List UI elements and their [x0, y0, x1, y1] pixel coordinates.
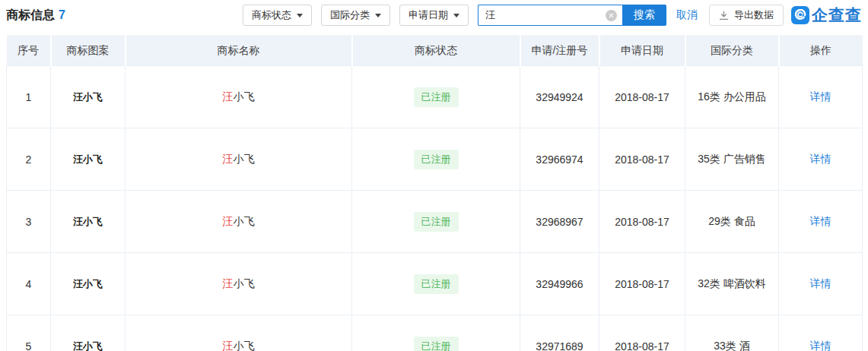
trademark-name-rest: 小飞 — [234, 340, 255, 351]
cell-trademark-image: 汪小飞 — [51, 253, 126, 315]
cell-action: 详情 — [779, 128, 863, 191]
col-intl-class: 国际分类 — [685, 36, 779, 66]
trademark-image: 汪小飞 — [73, 340, 103, 351]
filter-trademark-status-label: 商标状态 — [252, 8, 291, 22]
cell-trademark-name: 汪小飞 — [126, 128, 352, 191]
export-data-label: 导出数据 — [734, 8, 774, 22]
cell-apply-date: 2018-08-17 — [599, 315, 685, 351]
cell-intl-class: 29类 食品 — [685, 191, 779, 253]
trademark-image: 汪小飞 — [73, 153, 103, 165]
trademark-image: 汪小飞 — [73, 91, 103, 103]
cell-action: 详情 — [779, 315, 863, 351]
col-trademark-name: 商标名称 — [126, 36, 352, 66]
trademark-name: 汪小飞 — [223, 277, 255, 289]
cell-trademark-image: 汪小飞 — [51, 191, 126, 253]
col-reg-number: 申请/注册号 — [520, 36, 599, 66]
cell-apply-date: 2018-08-17 — [599, 66, 685, 128]
table-body: 1 汪小飞 汪小飞 已注册 32949924 2018-08-17 16类 办公… — [7, 66, 863, 351]
cell-reg-number: 32949966 — [520, 253, 599, 315]
chevron-down-icon — [453, 14, 459, 17]
status-badge: 已注册 — [414, 212, 459, 232]
export-data-button[interactable]: 导出数据 — [709, 5, 784, 26]
cell-reg-number: 32966974 — [520, 128, 599, 191]
trademark-name-rest: 小飞 — [234, 277, 255, 289]
trademark-name-highlight: 汪 — [223, 90, 234, 103]
toolbar: 商标状态 国际分类 申请日期 ✕ 搜索 取消 导出数据 — [234, 5, 862, 26]
trademark-image: 汪小飞 — [73, 278, 103, 289]
cell-apply-date: 2018-08-17 — [599, 253, 685, 315]
page-title: 商标信息7 — [6, 8, 65, 24]
cell-trademark-name: 汪小飞 — [126, 191, 352, 253]
cell-serial: 5 — [7, 315, 51, 351]
status-badge: 已注册 — [414, 87, 459, 107]
trademark-name: 汪小飞 — [223, 153, 255, 165]
cell-action: 详情 — [779, 253, 863, 315]
col-trademark-image: 商标图案 — [51, 36, 126, 66]
clear-icon[interactable]: ✕ — [606, 10, 617, 21]
trademark-name-rest: 小飞 — [234, 215, 255, 227]
cell-serial: 1 — [7, 66, 51, 128]
col-apply-date: 申请日期 — [599, 36, 685, 66]
detail-link[interactable]: 详情 — [810, 215, 831, 227]
filter-intl-class-label: 国际分类 — [330, 8, 370, 22]
detail-link[interactable]: 详情 — [810, 340, 831, 351]
table-row: 3 汪小飞 汪小飞 已注册 32968967 2018-08-17 29类 食品… — [7, 191, 863, 253]
page-title-text: 商标信息 — [6, 8, 55, 21]
cell-intl-class: 33类 酒 — [685, 315, 779, 351]
detail-link[interactable]: 详情 — [810, 153, 831, 165]
trademark-name-rest: 小飞 — [234, 90, 255, 103]
trademark-name-highlight: 汪 — [223, 215, 234, 227]
qichacha-logo[interactable]: 企查查 — [791, 5, 862, 26]
cell-reg-number: 32971689 — [520, 315, 599, 351]
cell-trademark-status: 已注册 — [352, 315, 520, 351]
cell-apply-date: 2018-08-17 — [599, 128, 685, 191]
filter-apply-date[interactable]: 申请日期 — [399, 5, 469, 26]
download-icon — [719, 11, 729, 21]
table-row: 5 汪小飞 汪小飞 已注册 32971689 2018-08-17 33类 酒 … — [7, 315, 863, 351]
col-action: 操作 — [779, 36, 863, 66]
cell-intl-class: 35类 广告销售 — [685, 128, 779, 191]
trademark-image: 汪小飞 — [73, 216, 103, 227]
status-badge: 已注册 — [414, 337, 459, 351]
search-bar: ✕ 搜索 — [478, 5, 666, 26]
cell-trademark-image: 汪小飞 — [51, 128, 126, 191]
cell-trademark-image: 汪小飞 — [51, 315, 126, 351]
trademark-name: 汪小飞 — [223, 90, 255, 103]
table-row: 4 汪小飞 汪小飞 已注册 32949966 2018-08-17 32类 啤酒… — [7, 253, 863, 315]
filter-intl-class[interactable]: 国际分类 — [321, 5, 390, 26]
cell-trademark-name: 汪小飞 — [126, 253, 352, 315]
trademark-name-rest: 小飞 — [234, 153, 255, 165]
status-badge: 已注册 — [414, 150, 459, 169]
cell-trademark-status: 已注册 — [352, 253, 520, 315]
trademark-name-highlight: 汪 — [223, 153, 234, 165]
trademark-name-highlight: 汪 — [223, 277, 234, 289]
chevron-down-icon — [297, 14, 303, 17]
cell-trademark-name: 汪小飞 — [126, 315, 352, 351]
table-row: 1 汪小飞 汪小飞 已注册 32949924 2018-08-17 16类 办公… — [7, 66, 863, 128]
trademark-table: 序号 商标图案 商标名称 商标状态 申请/注册号 申请日期 国际分类 操作 1 … — [6, 35, 863, 351]
table-header: 序号 商标图案 商标名称 商标状态 申请/注册号 申请日期 国际分类 操作 — [7, 36, 863, 66]
status-badge: 已注册 — [414, 274, 459, 294]
detail-link[interactable]: 详情 — [810, 277, 831, 289]
search-input[interactable] — [479, 5, 622, 25]
cell-trademark-image: 汪小飞 — [51, 66, 126, 128]
cell-trademark-status: 已注册 — [352, 191, 520, 253]
cell-trademark-status: 已注册 — [352, 128, 520, 191]
cell-serial: 3 — [7, 191, 51, 253]
cell-trademark-status: 已注册 — [352, 66, 520, 128]
trademark-name: 汪小飞 — [223, 340, 255, 351]
filter-apply-date-label: 申请日期 — [409, 8, 448, 22]
cell-intl-class: 16类 办公用品 — [685, 66, 779, 128]
cell-serial: 4 — [7, 253, 51, 315]
filter-trademark-status[interactable]: 商标状态 — [243, 5, 312, 26]
trademark-name: 汪小飞 — [223, 215, 255, 227]
search-button[interactable]: 搜索 — [622, 5, 666, 26]
cell-reg-number: 32968967 — [520, 191, 599, 253]
topbar: 商标信息7 商标状态 国际分类 申请日期 ✕ 搜索 取消 导出数据 — [0, 0, 868, 30]
cell-serial: 2 — [7, 128, 51, 191]
detail-link[interactable]: 详情 — [810, 90, 831, 103]
cancel-link[interactable]: 取消 — [676, 8, 698, 22]
chevron-down-icon — [375, 14, 381, 17]
table-row: 2 汪小飞 汪小飞 已注册 32966974 2018-08-17 35类 广告… — [7, 128, 863, 191]
cell-action: 详情 — [779, 66, 863, 128]
